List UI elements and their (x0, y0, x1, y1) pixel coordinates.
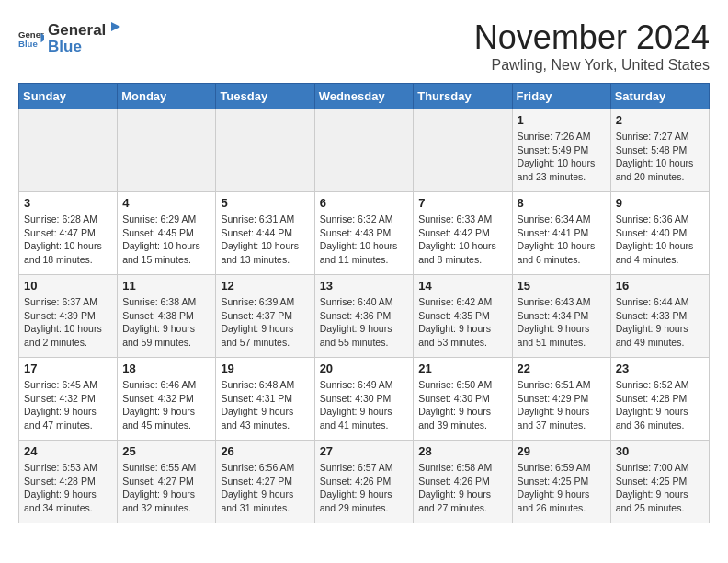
week-row-1: 1Sunrise: 7:26 AMSunset: 5:49 PMDaylight… (19, 109, 710, 192)
day-info: Sunrise: 6:59 AMSunset: 4:25 PMDaylight:… (518, 461, 606, 515)
calendar-cell: 1Sunrise: 7:26 AMSunset: 5:49 PMDaylight… (512, 109, 610, 192)
day-info: Sunrise: 6:58 AMSunset: 4:26 PMDaylight:… (418, 461, 506, 515)
calendar-cell: 17Sunrise: 6:45 AMSunset: 4:32 PMDayligh… (19, 358, 118, 441)
day-info: Sunrise: 6:43 AMSunset: 4:34 PMDaylight:… (518, 295, 606, 350)
month-title: November 2024 (474, 18, 710, 57)
day-info: Sunrise: 7:00 AMSunset: 4:25 PMDaylight:… (616, 461, 704, 515)
day-number: 23 (616, 362, 704, 375)
day-number: 2 (616, 113, 704, 127)
day-info: Sunrise: 6:33 AMSunset: 4:42 PMDaylight:… (418, 213, 506, 267)
day-number: 28 (418, 444, 506, 458)
weekday-header-monday: Monday (118, 84, 216, 109)
calendar-cell: 18Sunrise: 6:46 AMSunset: 4:32 PMDayligh… (118, 358, 216, 441)
day-number: 17 (24, 362, 112, 375)
day-number: 14 (418, 279, 506, 293)
week-row-2: 3Sunrise: 6:28 AMSunset: 4:47 PMDaylight… (19, 192, 710, 275)
day-info: Sunrise: 6:49 AMSunset: 4:30 PMDaylight:… (320, 378, 409, 432)
calendar-cell: 2Sunrise: 7:27 AMSunset: 5:48 PMDaylight… (610, 109, 709, 192)
day-info: Sunrise: 6:44 AMSunset: 4:33 PMDaylight:… (616, 295, 704, 350)
calendar-cell: 16Sunrise: 6:44 AMSunset: 4:33 PMDayligh… (610, 275, 709, 358)
logo-blue-text: Blue (48, 38, 124, 56)
day-number: 15 (518, 279, 606, 293)
calendar-cell: 25Sunrise: 6:55 AMSunset: 4:27 PMDayligh… (118, 441, 216, 523)
calendar-cell: 5Sunrise: 6:31 AMSunset: 4:44 PMDaylight… (216, 192, 314, 275)
calendar-cell: 15Sunrise: 6:43 AMSunset: 4:34 PMDayligh… (512, 275, 610, 358)
calendar-cell: 8Sunrise: 6:34 AMSunset: 4:41 PMDaylight… (512, 192, 610, 275)
calendar-cell: 14Sunrise: 6:42 AMSunset: 4:35 PMDayligh… (414, 275, 512, 358)
day-number: 5 (221, 196, 309, 210)
day-number: 11 (122, 279, 210, 293)
calendar-cell: 20Sunrise: 6:49 AMSunset: 4:30 PMDayligh… (314, 358, 414, 441)
weekday-header-tuesday: Tuesday (216, 84, 314, 109)
calendar-cell: 6Sunrise: 6:32 AMSunset: 4:43 PMDaylight… (314, 192, 414, 275)
logo-icon: General Blue (18, 25, 44, 51)
day-number: 30 (616, 444, 704, 458)
day-info: Sunrise: 6:52 AMSunset: 4:28 PMDaylight:… (616, 378, 704, 432)
calendar-cell: 13Sunrise: 6:40 AMSunset: 4:36 PMDayligh… (314, 275, 414, 358)
day-number: 4 (122, 196, 210, 210)
day-number: 21 (418, 362, 506, 375)
svg-text:Blue: Blue (18, 38, 38, 48)
day-info: Sunrise: 6:40 AMSunset: 4:36 PMDaylight:… (320, 295, 409, 350)
calendar-cell: 19Sunrise: 6:48 AMSunset: 4:31 PMDayligh… (216, 358, 314, 441)
week-row-3: 10Sunrise: 6:37 AMSunset: 4:39 PMDayligh… (19, 275, 710, 358)
day-info: Sunrise: 6:31 AMSunset: 4:44 PMDaylight:… (221, 213, 309, 267)
weekday-header-thursday: Thursday (414, 84, 512, 109)
calendar-cell: 30Sunrise: 7:00 AMSunset: 4:25 PMDayligh… (610, 441, 709, 523)
day-info: Sunrise: 7:26 AMSunset: 5:49 PMDaylight:… (518, 130, 606, 184)
day-info: Sunrise: 6:51 AMSunset: 4:29 PMDaylight:… (518, 378, 606, 432)
calendar-cell (118, 109, 216, 192)
day-info: Sunrise: 6:34 AMSunset: 4:41 PMDaylight:… (518, 213, 606, 267)
day-number: 12 (221, 279, 309, 293)
calendar-cell: 21Sunrise: 6:50 AMSunset: 4:30 PMDayligh… (414, 358, 512, 441)
day-info: Sunrise: 6:57 AMSunset: 4:26 PMDaylight:… (320, 461, 409, 515)
calendar-cell: 24Sunrise: 6:53 AMSunset: 4:28 PMDayligh… (19, 441, 118, 523)
calendar-cell: 27Sunrise: 6:57 AMSunset: 4:26 PMDayligh… (314, 441, 414, 523)
day-number: 16 (616, 279, 704, 293)
calendar-cell: 28Sunrise: 6:58 AMSunset: 4:26 PMDayligh… (414, 441, 512, 523)
logo-arrow-icon (108, 18, 124, 35)
day-number: 22 (518, 362, 606, 375)
day-info: Sunrise: 7:27 AMSunset: 5:48 PMDaylight:… (616, 130, 704, 184)
day-number: 13 (320, 279, 409, 293)
day-info: Sunrise: 6:28 AMSunset: 4:47 PMDaylight:… (24, 213, 112, 267)
calendar-cell (19, 109, 118, 192)
day-number: 7 (418, 196, 506, 210)
day-info: Sunrise: 6:36 AMSunset: 4:40 PMDaylight:… (616, 213, 704, 267)
week-row-5: 24Sunrise: 6:53 AMSunset: 4:28 PMDayligh… (19, 441, 710, 523)
calendar-cell (414, 109, 512, 192)
calendar-cell: 7Sunrise: 6:33 AMSunset: 4:42 PMDaylight… (414, 192, 512, 275)
calendar-cell: 12Sunrise: 6:39 AMSunset: 4:37 PMDayligh… (216, 275, 314, 358)
title-block: November 2024 Pawling, New York, United … (474, 18, 710, 74)
day-number: 10 (24, 279, 112, 293)
calendar-cell: 4Sunrise: 6:29 AMSunset: 4:45 PMDaylight… (118, 192, 216, 275)
calendar-cell (314, 109, 414, 192)
logo-general-text: General (48, 21, 106, 40)
weekday-header-friday: Friday (512, 84, 610, 109)
day-info: Sunrise: 6:32 AMSunset: 4:43 PMDaylight:… (320, 213, 409, 267)
calendar-cell: 10Sunrise: 6:37 AMSunset: 4:39 PMDayligh… (19, 275, 118, 358)
day-number: 1 (518, 113, 606, 127)
day-number: 25 (122, 444, 210, 458)
location-title: Pawling, New York, United States (474, 57, 710, 74)
day-info: Sunrise: 6:39 AMSunset: 4:37 PMDaylight:… (221, 295, 309, 350)
day-number: 29 (518, 444, 606, 458)
day-number: 6 (320, 196, 409, 210)
day-number: 20 (320, 362, 409, 375)
calendar-cell: 11Sunrise: 6:38 AMSunset: 4:38 PMDayligh… (118, 275, 216, 358)
calendar-cell: 22Sunrise: 6:51 AMSunset: 4:29 PMDayligh… (512, 358, 610, 441)
calendar-cell: 3Sunrise: 6:28 AMSunset: 4:47 PMDaylight… (19, 192, 118, 275)
day-info: Sunrise: 6:55 AMSunset: 4:27 PMDaylight:… (122, 461, 210, 515)
day-number: 3 (24, 196, 112, 210)
day-number: 9 (616, 196, 704, 210)
calendar-cell: 26Sunrise: 6:56 AMSunset: 4:27 PMDayligh… (216, 441, 314, 523)
day-info: Sunrise: 6:29 AMSunset: 4:45 PMDaylight:… (122, 213, 210, 267)
weekday-header-row: SundayMondayTuesdayWednesdayThursdayFrid… (19, 84, 710, 109)
day-info: Sunrise: 6:38 AMSunset: 4:38 PMDaylight:… (122, 295, 210, 350)
week-row-4: 17Sunrise: 6:45 AMSunset: 4:32 PMDayligh… (19, 358, 710, 441)
day-info: Sunrise: 6:50 AMSunset: 4:30 PMDaylight:… (418, 378, 506, 432)
calendar-cell (216, 109, 314, 192)
calendar-cell: 23Sunrise: 6:52 AMSunset: 4:28 PMDayligh… (610, 358, 709, 441)
calendar-cell: 29Sunrise: 6:59 AMSunset: 4:25 PMDayligh… (512, 441, 610, 523)
weekday-header-wednesday: Wednesday (314, 84, 414, 109)
